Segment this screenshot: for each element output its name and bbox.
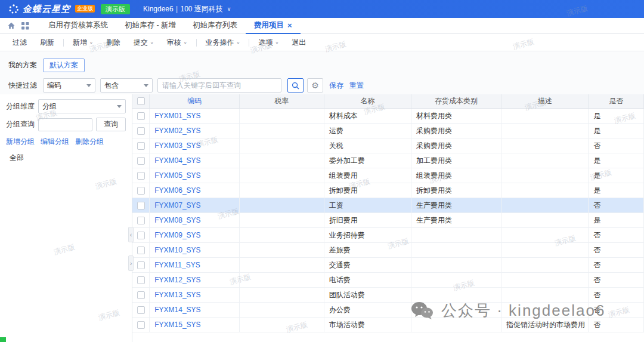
cell-code[interactable]: FYXM11_SYS xyxy=(150,258,240,272)
cell-code[interactable]: FYXM06_SYS xyxy=(150,183,240,198)
table-row[interactable]: FYXM13_SYS团队活动费否 xyxy=(132,288,644,303)
toolbar-button-business-operation[interactable]: 业务操作∨ xyxy=(199,34,247,51)
default-scheme-button[interactable]: 默认方案 xyxy=(43,58,85,72)
cell-code[interactable]: FYXM05_SYS xyxy=(150,168,240,183)
table-row[interactable]: FYXM08_SYS折旧费用生产费用类是 xyxy=(132,213,644,228)
reset-filter-link[interactable]: 重置 xyxy=(349,81,364,91)
home-icon[interactable] xyxy=(7,21,16,30)
row-checkbox[interactable] xyxy=(137,261,145,269)
filter-settings-button[interactable]: ⚙ xyxy=(307,78,323,93)
toolbar-button-audit[interactable]: 审核∨ xyxy=(160,34,194,51)
row-checkbox[interactable] xyxy=(137,157,145,165)
toolbar-button-new[interactable]: 新增∨ xyxy=(66,34,100,51)
tab-expense-items[interactable]: 费用项目× xyxy=(246,18,301,34)
cell-code[interactable]: FYXM13_SYS xyxy=(150,288,240,302)
cell-desc xyxy=(501,303,589,317)
gear-icon: ⚙ xyxy=(311,81,319,90)
row-checkbox[interactable] xyxy=(137,291,145,299)
column-header-desc[interactable]: 描述 xyxy=(501,94,589,108)
group-dimension-select[interactable]: 分组 xyxy=(38,99,126,113)
table-row[interactable]: FYXM06_SYS拆卸费用拆卸费用类是 xyxy=(132,183,644,198)
cell-code[interactable]: FYXM10_SYS xyxy=(150,243,240,257)
row-checkbox[interactable] xyxy=(137,321,145,329)
table-row[interactable]: FYXM15_SYS市场活动费指促销活动时的市场费用否 xyxy=(132,318,644,332)
cell-code[interactable]: FYXM04_SYS xyxy=(150,153,240,168)
account-menu[interactable]: Kingdee6｜100 逐同科技 ∨ xyxy=(143,4,231,14)
table-row[interactable]: FYXM07_SYS工资生产费用类否 xyxy=(132,198,644,213)
cell-code[interactable]: FYXM12_SYS xyxy=(150,273,240,287)
row-checkbox[interactable] xyxy=(137,232,145,239)
toolbar-button-exit[interactable]: 退出 xyxy=(285,34,312,51)
collapse-right-icon[interactable]: › xyxy=(128,255,134,271)
row-checkbox[interactable] xyxy=(137,187,145,195)
table-row[interactable]: FYXM04_SYS委外加工费加工费用类是 xyxy=(132,153,644,168)
cell-tax xyxy=(240,243,324,257)
table-row[interactable]: FYXM12_SYS电话费否 xyxy=(132,273,644,288)
row-checkbox[interactable] xyxy=(137,172,145,180)
row-checkbox-cell xyxy=(132,183,150,198)
cell-code[interactable]: FYXM03_SYS xyxy=(150,138,240,153)
group-search-input[interactable] xyxy=(38,118,92,131)
row-checkbox-cell xyxy=(132,109,150,123)
table-row[interactable]: FYXM03_SYS关税采购费用类否 xyxy=(132,138,644,153)
toolbar-button-options[interactable]: 选项∨ xyxy=(252,34,285,51)
add-group-link[interactable]: 新增分组 xyxy=(6,137,35,147)
row-checkbox[interactable] xyxy=(137,112,145,120)
table-row[interactable]: FYXM05_SYS组装费用组装费用类是 xyxy=(132,168,644,183)
cell-code[interactable]: FYXM01_SYS xyxy=(150,109,240,123)
tab-initial-inventory-new[interactable]: 初始库存 - 新增 xyxy=(116,18,184,34)
filter-field-select[interactable]: 编码 xyxy=(43,78,95,93)
collapse-left-icon[interactable]: ‹ xyxy=(128,227,134,242)
chevron-down-icon: ∨ xyxy=(275,40,278,44)
cell-code[interactable]: FYXM09_SYS xyxy=(150,228,240,242)
cell-code[interactable]: FYXM14_SYS xyxy=(150,303,240,317)
row-checkbox-cell xyxy=(132,273,150,287)
group-query-button[interactable]: 查询 xyxy=(96,118,126,131)
cell-tax xyxy=(240,228,324,242)
tab-enable-inventory-accounting[interactable]: 启用存货核算系统 xyxy=(40,18,116,34)
row-checkbox[interactable] xyxy=(137,127,145,135)
row-checkbox[interactable] xyxy=(137,276,145,284)
cell-code[interactable]: FYXM08_SYS xyxy=(150,213,240,227)
toolbar-buttons: 过滤刷新新增∨删除提交∨审核∨业务操作∨选项∨退出 xyxy=(6,34,312,51)
row-checkbox[interactable] xyxy=(137,247,145,254)
cell-code[interactable]: FYXM15_SYS xyxy=(150,318,240,332)
filter-operator-select[interactable]: 包含 xyxy=(100,78,153,93)
column-header-category[interactable]: 存货成本类别 xyxy=(411,94,501,108)
cell-category: 采购费用类 xyxy=(411,138,501,153)
toolbar-button-refresh[interactable]: 刷新 xyxy=(33,34,61,51)
apps-grid-icon[interactable] xyxy=(21,22,29,30)
table-row[interactable]: FYXM02_SYS运费采购费用类是 xyxy=(132,124,644,138)
select-all-checkbox[interactable] xyxy=(137,97,145,105)
column-header-flag[interactable]: 是否 xyxy=(589,94,644,108)
row-checkbox[interactable] xyxy=(137,202,145,209)
cell-category: 采购费用类 xyxy=(411,124,501,138)
cell-name: 办公费 xyxy=(324,303,411,317)
column-header-tax[interactable]: 税率 xyxy=(240,94,324,108)
cell-code[interactable]: FYXM02_SYS xyxy=(150,124,240,138)
tree-node[interactable]: 全部 xyxy=(6,153,126,163)
search-button[interactable] xyxy=(287,78,304,93)
table-row[interactable]: FYXM10_SYS差旅费否 xyxy=(132,243,644,258)
save-filter-link[interactable]: 保存 xyxy=(329,81,343,91)
cell-name: 团队活动费 xyxy=(324,288,411,302)
cell-flag: 否 xyxy=(589,138,644,153)
table-row[interactable]: FYXM14_SYS办公费否 xyxy=(132,303,644,318)
toolbar-button-filter[interactable]: 过滤 xyxy=(6,34,33,51)
tab-close-icon[interactable]: × xyxy=(287,21,292,29)
toolbar-button-submit[interactable]: 提交∨ xyxy=(127,34,160,51)
keyword-search-input[interactable] xyxy=(157,78,281,93)
column-header-name[interactable]: 名称 xyxy=(324,94,411,108)
column-header-code[interactable]: 编码 xyxy=(150,94,240,108)
table-row[interactable]: FYXM11_SYS交通费否 xyxy=(132,258,644,273)
table-row[interactable]: FYXM01_SYS材料成本材料费用类是 xyxy=(132,109,644,124)
row-checkbox[interactable] xyxy=(137,306,145,314)
row-checkbox[interactable] xyxy=(137,217,145,224)
table-row[interactable]: FYXM09_SYS业务招待费否 xyxy=(132,228,644,243)
cell-code[interactable]: FYXM07_SYS xyxy=(150,198,240,212)
row-checkbox[interactable] xyxy=(137,142,145,150)
tab-initial-inventory-list[interactable]: 初始库存列表 xyxy=(184,18,246,34)
toolbar-button-delete[interactable]: 删除 xyxy=(100,34,127,51)
delete-group-link[interactable]: 删除分组 xyxy=(75,137,104,147)
edit-group-link[interactable]: 编辑分组 xyxy=(41,137,69,147)
